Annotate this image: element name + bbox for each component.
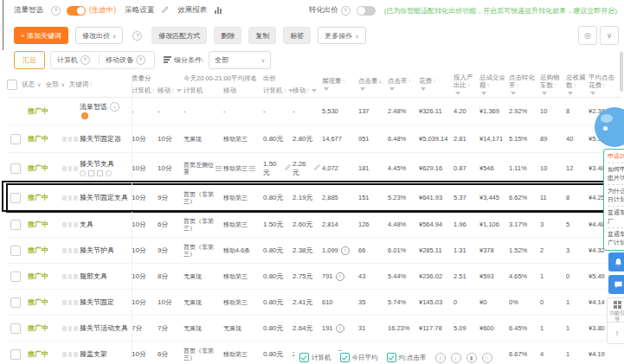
- keyword-link[interactable]: 膝关节固定器: [80, 135, 121, 143]
- table-row[interactable]: 推广中腿部支具10分8分无展现移动第三0.80元2.75元791!435.44%…: [7, 264, 621, 290]
- keyword-tool-icon[interactable]: [106, 170, 112, 176]
- sort-arrow-icon[interactable]: ↑: [602, 82, 606, 88]
- edit-pencil-icon[interactable]: [314, 164, 320, 172]
- keyword-link[interactable]: 膝关节固定: [80, 298, 114, 306]
- column-header-metric[interactable]: 投入产出比↑: [454, 73, 479, 97]
- table-row[interactable]: 推广中膝关节活动支具7分7分无展现无展现0.80元2.64元191!3116.2…: [7, 316, 621, 342]
- column-header-metric[interactable]: 点击转化率↑: [509, 73, 540, 97]
- column-scope-filter[interactable]: 全部∨: [45, 80, 64, 89]
- impression-limited-icon[interactable]: !: [336, 324, 344, 333]
- rank-menu-icon[interactable]: [216, 164, 222, 172]
- row-checkbox[interactable]: [10, 220, 21, 230]
- column-header-metric[interactable]: 总收藏数↑: [566, 73, 589, 97]
- edit-pencil-icon[interactable]: [285, 164, 291, 172]
- add-keyword-button[interactable]: + 添加关键词: [14, 27, 68, 44]
- quality-pc-sort[interactable]: 计算机↑: [132, 84, 158, 97]
- keyword-tool-icon[interactable]: [80, 170, 86, 176]
- table-row[interactable]: 推广中流量智选!------5,5301372.48%¥326.114.20¥1…: [7, 98, 621, 125]
- bid-mobile-sort[interactable]: 移动↑: [293, 84, 322, 97]
- footer-refresh-icon[interactable]: ○: [482, 353, 492, 363]
- segment-select[interactable]: 全部∨: [209, 51, 271, 69]
- keyword-link[interactable]: 膝盖支架: [80, 350, 107, 358]
- row-checkbox[interactable]: [10, 193, 21, 203]
- keyword-tool-icon[interactable]: [88, 170, 94, 176]
- filter-funnel-icon[interactable]: [360, 87, 365, 91]
- tab-pc[interactable]: 计算机: [51, 55, 99, 65]
- row-checkbox[interactable]: [10, 271, 21, 282]
- info-icon[interactable]: [110, 102, 119, 112]
- row-checkbox[interactable]: [10, 246, 21, 256]
- sort-arrow-icon[interactable]: ↑: [487, 82, 491, 88]
- keyword-link[interactable]: 支具: [80, 220, 93, 228]
- legend-item[interactable]: 今日平均: [340, 353, 378, 362]
- help-panel-link[interactable]: 直通车推: [608, 230, 624, 239]
- table-row[interactable]: 推广中膝关节护具10分9分首页（非第三）移动4-6条0.80元2.38元1,09…: [7, 238, 621, 264]
- help-panel-link[interactable]: 日计划投: [608, 195, 624, 204]
- sort-arrow-icon[interactable]: ↓: [379, 78, 383, 84]
- column-header-metric[interactable]: 花费↑: [419, 73, 454, 97]
- table-row[interactable]: 推广中膝关节固定10分10分无展现移动第三0.80元2.41元610355.74…: [7, 290, 621, 316]
- help-panel-link[interactable]: 申请20: [608, 152, 624, 161]
- help-panel-link[interactable]: 如何申请: [608, 165, 624, 174]
- impression-limited-icon[interactable]: !: [341, 246, 350, 255]
- keyword-link[interactable]: 流量智选: [80, 103, 107, 111]
- quality-mobile-sort[interactable]: 移动↑: [158, 84, 183, 97]
- collapse-icon[interactable]: ∨: [600, 26, 619, 45]
- table-row[interactable]: 推广中支具10分6分首页（非第三）移动第三1.50元2.60元2,8141264…: [7, 212, 621, 238]
- strategy-settings-link[interactable]: 策略设置: [125, 5, 154, 16]
- row-checkbox[interactable]: [10, 163, 21, 174]
- help-icon[interactable]: [132, 31, 142, 41]
- tab-mobile[interactable]: 移动设备: [100, 55, 154, 65]
- footer-download-icon[interactable]: ↓: [451, 353, 461, 363]
- row-checkbox[interactable]: [10, 323, 21, 334]
- legend-item[interactable]: 均:点击率: [387, 353, 427, 362]
- column-header-metric[interactable]: 总成交金额↑: [479, 73, 509, 97]
- footer-chart-icon[interactable]: ▮: [466, 353, 477, 363]
- column-header-metric[interactable]: 点击率↑: [388, 73, 419, 97]
- bar-chart-icon[interactable]: [215, 7, 222, 14]
- help-panel-link[interactable]: 直通车超: [608, 208, 624, 217]
- table-row[interactable]: 推广中膝关节固定支具10分9分首页（非第三）移动第三0.80元2.19元2,88…: [7, 184, 621, 212]
- help-panel-link[interactable]: 厂: [608, 217, 624, 226]
- filter-funnel-icon[interactable]: [421, 87, 426, 91]
- column-header-metric[interactable]: 平均点击花费↑: [589, 73, 621, 97]
- help-panel-link[interactable]: 广计划: [608, 239, 624, 247]
- keyword-link[interactable]: 膝关节支具: [80, 160, 114, 168]
- filter-funnel-icon[interactable]: [481, 92, 486, 95]
- sort-arrow-icon[interactable]: ↑: [408, 78, 412, 84]
- legend-item[interactable]: 计算机: [299, 353, 331, 362]
- tab-summary[interactable]: 汇总: [14, 51, 45, 69]
- row-checkbox[interactable]: [10, 134, 21, 144]
- help-icon[interactable]: [341, 6, 351, 16]
- filter-funnel-icon[interactable]: [590, 92, 595, 95]
- scrollbar-thumb[interactable]: [620, 52, 623, 92]
- tag-button[interactable]: 标签: [283, 27, 311, 44]
- column-header-metric[interactable]: 总购物车数↑: [540, 73, 566, 97]
- sort-arrow-icon[interactable]: ↑: [433, 78, 436, 84]
- settings-icon[interactable]: ◎: [578, 26, 597, 45]
- smart-traffic-toggle[interactable]: [67, 6, 86, 16]
- modify-bid-dropdown[interactable]: 修改出价∨: [75, 27, 123, 44]
- select-all-checkbox[interactable]: [7, 80, 17, 90]
- chat-button[interactable]: [608, 275, 624, 294]
- keyword-link[interactable]: 膝关节固定支具: [80, 194, 128, 201]
- column-status-filter[interactable]: 状态∨: [22, 80, 41, 89]
- footer-info-icon[interactable]: i: [435, 353, 446, 363]
- sort-arrow-icon[interactable]: ↑: [554, 82, 557, 88]
- table-row[interactable]: 推广中膝关节支具10分10分首页左侧位置移动第三1.50元2.26元4,0721…: [7, 153, 621, 184]
- filter-funnel-icon[interactable]: [389, 87, 395, 91]
- sort-arrow-icon[interactable]: ↑: [343, 78, 346, 84]
- impression-limited-icon[interactable]: !: [336, 272, 344, 281]
- column-keyword-sort[interactable]: 关键词↑: [69, 80, 93, 89]
- rank-menu-icon[interactable]: [249, 164, 255, 172]
- filter-funnel-icon[interactable]: [511, 92, 516, 95]
- conversion-bid-toggle[interactable]: [357, 6, 376, 16]
- more-actions-dropdown[interactable]: 更多操作∨: [318, 27, 365, 44]
- modify-match-button[interactable]: 修改匹配方式: [151, 27, 207, 44]
- column-header-metric[interactable]: 展现量↑: [322, 73, 358, 97]
- filter-funnel-icon[interactable]: [542, 92, 547, 95]
- sort-arrow-icon[interactable]: ↑: [574, 82, 577, 88]
- keyword-tool-icon[interactable]: [97, 170, 103, 176]
- copy-button[interactable]: 复制: [248, 27, 276, 44]
- sort-arrow-icon[interactable]: ↑: [467, 82, 471, 88]
